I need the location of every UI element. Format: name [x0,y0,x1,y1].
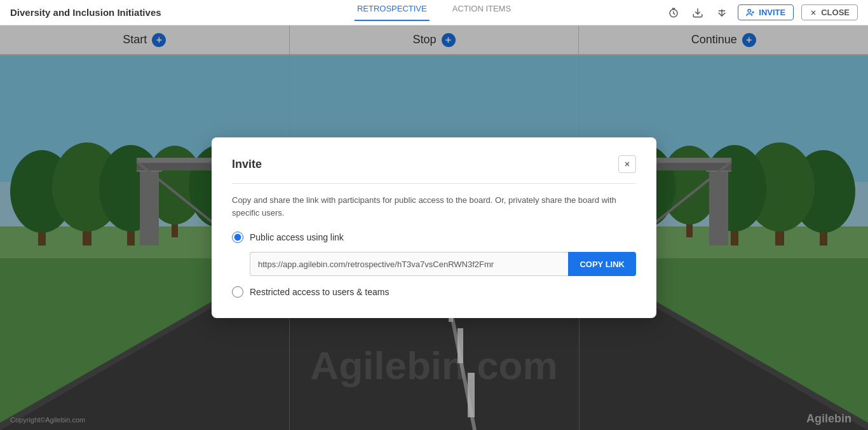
invite-modal: Invite Copy and share the link with part… [212,137,656,318]
close-icon [810,9,817,17]
timer-icon [668,7,679,18]
link-input[interactable] [250,252,568,276]
modal-header: Invite [232,155,636,173]
modal-overlay: Invite Copy and share the link with part… [0,25,868,430]
modal-description: Copy and share the link with participant… [232,183,636,219]
timer-icon-button[interactable] [665,4,682,21]
public-access-option: Public access using link [232,232,636,243]
restricted-access-option: Restricted access to users & teams [232,286,636,298]
link-row: COPY LINK [250,252,636,276]
sort-icon [716,7,728,18]
app-header: Diversity and Inclusion Initiatives RETR… [0,0,868,25]
public-radio[interactable] [232,232,243,243]
person-add-icon [746,8,755,17]
modal-title: Invite [232,158,262,171]
download-icon [692,7,703,18]
close-button[interactable]: CLOSE [801,4,858,20]
restricted-radio[interactable] [232,286,243,298]
main-content: Start + Stop + Continue + [0,25,868,430]
download-icon-button[interactable] [689,4,706,21]
copy-link-button[interactable]: COPY LINK [568,252,636,276]
modal-close-icon [623,160,631,168]
tab-retrospective[interactable]: RETROSPECTIVE [355,4,430,21]
tab-bar: RETROSPECTIVE ACTION ITEMS [355,4,513,21]
public-radio-label[interactable]: Public access using link [250,232,344,242]
sort-icon-button[interactable] [714,4,730,21]
invite-button[interactable]: INVITE [738,4,794,20]
restricted-radio-label[interactable]: Restricted access to users & teams [250,287,389,297]
tab-action-items[interactable]: ACTION ITEMS [450,4,513,21]
header-actions: INVITE CLOSE [665,4,858,21]
svg-point-4 [748,9,751,12]
app-title: Diversity and Inclusion Initiatives [10,7,161,18]
modal-close-button[interactable] [618,155,636,173]
